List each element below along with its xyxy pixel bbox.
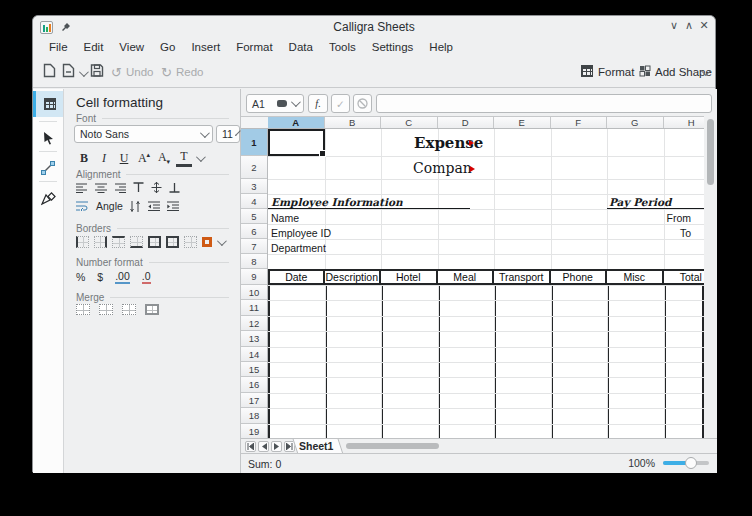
function-button[interactable]: f. [308, 94, 328, 113]
column-header-E[interactable]: E [494, 117, 551, 129]
border-none-icon[interactable] [184, 236, 197, 248]
menu-item-tools[interactable]: Tools [321, 41, 364, 53]
menu-item-edit[interactable]: Edit [76, 41, 112, 53]
row-header-16[interactable]: 16 [241, 377, 267, 392]
row-header-11[interactable]: 11 [241, 300, 267, 315]
dissociate-cells-icon[interactable] [145, 304, 159, 315]
cancel-button[interactable] [353, 94, 372, 113]
redo-icon[interactable]: ↻ [161, 65, 172, 80]
align-right-icon[interactable] [114, 183, 126, 193]
row-header-3[interactable]: 3 [241, 179, 267, 194]
border-bottom-icon[interactable] [130, 236, 143, 248]
new-document-icon[interactable] [43, 63, 56, 78]
titlebar[interactable]: Calligra Sheets ∨ ∧ ✕ [33, 16, 715, 39]
undo-button[interactable]: Undo [126, 66, 154, 78]
row-header-13[interactable]: 13 [241, 331, 267, 346]
row-header-6[interactable]: 6 [241, 224, 267, 239]
row-header-5[interactable]: 5 [241, 209, 267, 224]
increase-precision-button[interactable]: .00 [115, 270, 130, 284]
close-button[interactable]: ✕ [697, 19, 711, 32]
vertical-scrollbar-thumb[interactable] [707, 119, 714, 185]
row-header-8[interactable]: 8 [241, 254, 267, 269]
accept-button[interactable]: ✓ [331, 94, 350, 113]
increase-indent-icon[interactable] [167, 201, 179, 211]
line-tool-button[interactable] [33, 155, 63, 181]
merge-horizontal-icon[interactable] [99, 304, 113, 315]
expense-table-header-misc[interactable]: Misc [605, 269, 664, 285]
open-dropdown-chevron-icon[interactable] [79, 67, 89, 77]
row-header-17[interactable]: 17 [241, 393, 267, 408]
border-all-icon[interactable] [148, 236, 161, 248]
expense-table-header-description[interactable]: Description [323, 269, 382, 285]
expense-table-header-date[interactable]: Date [268, 269, 325, 285]
border-left-icon[interactable] [76, 236, 89, 248]
border-top-icon[interactable] [112, 236, 125, 248]
border-color-swatch[interactable] [202, 237, 212, 247]
font-size-select[interactable]: 11 [216, 125, 240, 143]
row-header-18[interactable]: 18 [241, 408, 267, 423]
cell-department-label[interactable]: Department [271, 242, 326, 254]
menu-item-data[interactable]: Data [281, 41, 321, 53]
row-header-19[interactable]: 19 [241, 424, 267, 438]
merge-vertical-icon[interactable] [122, 304, 136, 315]
column-header-C[interactable]: C [381, 117, 438, 129]
shrink-font-button[interactable]: A▾ [156, 150, 172, 166]
vertical-text-icon[interactable] [130, 201, 141, 212]
row-headers[interactable]: 12345678910111213141516171819 [241, 129, 268, 438]
zoom-slider[interactable] [663, 461, 709, 465]
row-header-1[interactable]: 1 [241, 129, 267, 156]
column-header-D[interactable]: D [438, 117, 495, 129]
horizontal-scrollbar-thumb[interactable] [346, 443, 439, 449]
expense-table-header-phone[interactable]: Phone [549, 269, 608, 285]
cell-employee-information[interactable]: Employee Information [271, 196, 403, 208]
formula-input[interactable] [376, 94, 712, 113]
expense-table-header-total[interactable]: Total [662, 269, 705, 285]
align-bottom-icon[interactable] [169, 182, 180, 193]
menu-item-settings[interactable]: Settings [364, 41, 422, 53]
vertical-scrollbar[interactable] [705, 116, 717, 438]
row-header-4[interactable]: 4 [241, 194, 267, 209]
column-header-B[interactable]: B [325, 117, 382, 129]
wrap-text-icon[interactable] [76, 201, 89, 211]
cell-company-name[interactable]: Compan [413, 160, 472, 176]
cell-from-label[interactable]: From [607, 212, 691, 224]
row-header-15[interactable]: 15 [241, 362, 267, 377]
text-color-button[interactable]: T [176, 149, 192, 167]
angle-button[interactable]: Angle [96, 200, 123, 212]
previous-sheet-button[interactable] [258, 441, 269, 452]
column-header-F[interactable]: F [551, 117, 608, 129]
menu-item-help[interactable]: Help [421, 41, 461, 53]
expense-table-header-transport[interactable]: Transport [492, 269, 551, 285]
italic-button[interactable]: I [96, 151, 112, 166]
menu-item-go[interactable]: Go [152, 41, 183, 53]
menu-item-format[interactable]: Format [228, 41, 280, 53]
align-top-icon[interactable] [133, 182, 144, 193]
spreadsheet-grid[interactable]: Expense Compan Employee Information Pay … [268, 129, 704, 438]
border-outside-icon[interactable] [166, 236, 179, 248]
selection-tool-button[interactable] [33, 125, 63, 151]
cell-pay-period[interactable]: Pay Period [609, 196, 671, 208]
row-header-10[interactable]: 10 [241, 285, 267, 300]
zoom-slider-thumb[interactable] [685, 457, 697, 469]
font-family-select[interactable]: Noto Sans [74, 125, 213, 143]
column-header-A[interactable]: A [268, 117, 325, 129]
menu-item-file[interactable]: File [41, 41, 76, 53]
text-color-chevron-icon[interactable] [196, 152, 206, 162]
add-shape-icon[interactable] [639, 65, 651, 77]
sheet-tab-label[interactable]: Sheet1 [299, 440, 333, 452]
column-headers[interactable]: ABCDEFGH [241, 116, 704, 129]
menu-item-insert[interactable]: Insert [183, 41, 228, 53]
bold-button[interactable]: B [76, 151, 92, 166]
underline-button[interactable]: U [116, 151, 132, 166]
border-color-chevron-icon[interactable] [217, 236, 227, 246]
align-middle-icon[interactable] [151, 182, 162, 193]
column-header-G[interactable]: G [607, 117, 664, 129]
border-right-icon[interactable] [94, 236, 107, 248]
decrease-precision-button[interactable]: .0 [142, 270, 151, 284]
expense-table-header-meal[interactable]: Meal [436, 269, 495, 285]
align-left-icon[interactable] [76, 183, 88, 193]
percent-format-button[interactable]: % [76, 271, 85, 283]
open-document-icon[interactable] [62, 63, 75, 78]
row-header-9[interactable]: 9 [241, 269, 267, 285]
first-sheet-button[interactable] [245, 441, 256, 452]
